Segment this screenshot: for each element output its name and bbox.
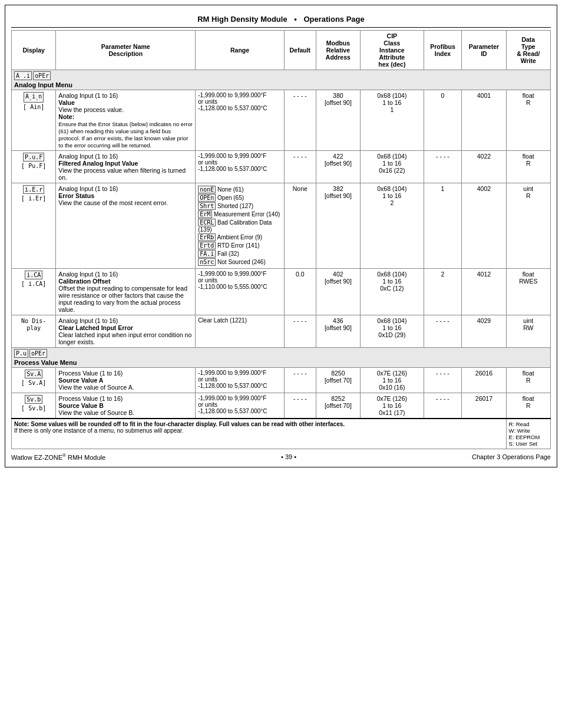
col-datatype: DataType& Read/Write: [506, 31, 550, 70]
datatype-svb: floatR: [506, 393, 550, 419]
display-sva: Sv.A [ Sv.A]: [12, 368, 56, 393]
param-puf: Analog Input (1 to 16) Filtered Analog I…: [56, 151, 196, 183]
datatype-clear: uintRW: [506, 315, 550, 348]
range-svb: -1,999.000 to 9,999.000°For units-1,128.…: [196, 393, 285, 419]
section-icon-2: oPEr: [33, 71, 51, 80]
display-puf: P.u.F [ Pu.F]: [12, 151, 56, 183]
datatype-ier: uintR: [506, 183, 550, 269]
note-row: Note: Some values will be rounded off to…: [12, 419, 551, 449]
page-wrapper: RM High Density Module • Operations Page…: [5, 5, 557, 467]
profibus-sva: - - - -: [424, 368, 462, 393]
section2-icon-2: oPEr: [29, 349, 47, 358]
ain-icon: A.i.n: [24, 92, 44, 103]
ica-icon: i.CA: [25, 271, 42, 279]
title-left: RM High Density Module: [197, 15, 287, 24]
display-ain: A.i.n [ Ain]: [12, 90, 56, 151]
main-table: Display Parameter NameDescription Range …: [11, 30, 551, 449]
modbus-puf: 422[offset 90]: [316, 151, 360, 183]
title-bullet: •: [294, 15, 297, 24]
default-puf: - - - -: [284, 151, 316, 183]
datatype-puf: floatR: [506, 151, 550, 183]
table-header-row: Display Parameter NameDescription Range …: [12, 31, 551, 70]
table-row: Sv.b [ Sv.b] Process Value (1 to 16) Sou…: [12, 393, 551, 419]
table-row: A.i.n [ Ain] Analog Input (1 to 16) Valu…: [12, 90, 551, 151]
display-nodis: No Dis-play: [12, 315, 56, 348]
profibus-ier: 1: [424, 183, 462, 269]
paramid-ain: 4001: [462, 90, 506, 151]
profibus-clear: - - - -: [424, 315, 462, 348]
modbus-ier: 382[offset 90]: [316, 183, 360, 269]
datatype-sva: floatR: [506, 368, 550, 393]
range-ier: nonE None (61) OPEn Open (65) Shrt Short…: [196, 183, 285, 269]
default-svb: - - - -: [284, 393, 316, 419]
profibus-ain: 0: [424, 90, 462, 151]
col-range: Range: [196, 31, 285, 70]
puf-icon: P.u.F: [23, 153, 44, 162]
col-cip: CIPClassInstanceAttributehex (dec): [361, 31, 424, 70]
table-row: No Dis-play Analog Input (1 to 16) Clear…: [12, 315, 551, 348]
legend: R: Read W: Write E: EEPROM S: User Set: [506, 419, 550, 449]
page-footer: Watlow EZ-ZONE® RMH Module • 39 • Chapte…: [11, 453, 551, 461]
process-value-section-header: P.u oPEr Process Value Menu: [12, 348, 551, 368]
param-ier: Analog Input (1 to 16) Error Status View…: [56, 183, 196, 269]
sva-icon: Sv.A: [25, 370, 42, 378]
col-profibus: ProfibusIndex: [424, 31, 462, 70]
modbus-ain: 380[offset 90]: [316, 90, 360, 151]
default-ain: - - - -: [284, 90, 316, 151]
default-ier: None: [284, 183, 316, 269]
title-right: Operations Page: [303, 15, 364, 24]
svb-icon: Sv.b: [25, 395, 42, 404]
page-title: RM High Density Module • Operations Page: [11, 11, 551, 28]
ier-icon: i.E.r: [23, 185, 44, 194]
paramid-puf: 4022: [462, 151, 506, 183]
table-row: Sv.A [ Sv.A] Process Value (1 to 16) Sou…: [12, 368, 551, 393]
profibus-puf: - - - -: [424, 151, 462, 183]
section-icon-1: A .i: [14, 71, 32, 80]
cip-svb: 0x7E (126)1 to 160x11 (17): [361, 393, 424, 419]
range-ica: -1,999.000 to 9,999.000°For units-1,110.…: [196, 269, 285, 315]
cip-clear: 0x68 (104)1 to 160x1D (29): [361, 315, 424, 348]
paramid-sva: 26016: [462, 368, 506, 393]
display-ier: i.E.r [ i.Er]: [12, 183, 56, 269]
process-value-menu-label: Process Value Menu: [14, 359, 548, 366]
profibus-ica: 2: [424, 269, 462, 315]
display-svb: Sv.b [ Sv.b]: [12, 393, 56, 419]
param-sva: Process Value (1 to 16) Source Value A V…: [56, 368, 196, 393]
col-default: Default: [284, 31, 316, 70]
paramid-ica: 4012: [462, 269, 506, 315]
cip-sva: 0x7E (126)1 to 160x10 (16): [361, 368, 424, 393]
paramid-clear: 4029: [462, 315, 506, 348]
modbus-sva: 8250[offset 70]: [316, 368, 360, 393]
modbus-ica: 402[offset 90]: [316, 269, 360, 315]
modbus-clear: 436[offset 90]: [316, 315, 360, 348]
cip-ier: 0x68 (104)1 to 162: [361, 183, 424, 269]
param-ica: Analog Input (1 to 16) Calibration Offse…: [56, 269, 196, 315]
paramid-ier: 4002: [462, 183, 506, 269]
col-param: Parameter NameDescription: [56, 31, 196, 70]
param-clear: Analog Input (1 to 16) Clear Latched Inp…: [56, 315, 196, 348]
analog-input-menu-label: Analog Input Menu: [14, 81, 548, 88]
modbus-svb: 8252[offset 70]: [316, 393, 360, 419]
param-svb: Process Value (1 to 16) Source Value B V…: [56, 393, 196, 419]
datatype-ain: floatR: [506, 90, 550, 151]
footer-center: • 39 •: [281, 453, 296, 460]
range-sva: -1,999.000 to 9,999.000°For units-1,128.…: [196, 368, 285, 393]
datatype-ica: floatRWES: [506, 269, 550, 315]
cip-puf: 0x68 (104)1 to 160x16 (22): [361, 151, 424, 183]
col-display: Display: [12, 31, 56, 70]
profibus-svb: - - - -: [424, 393, 462, 419]
footer-left: Watlow EZ-ZONE® RMH Module: [11, 453, 105, 461]
analog-input-section-header: A .i oPEr Analog Input Menu: [12, 70, 551, 90]
table-row: i.CA [ i.CA] Analog Input (1 to 16) Cali…: [12, 269, 551, 315]
range-clear: Clear Latch (1221): [196, 315, 285, 348]
range-puf: -1,999.000 to 9,999.000°For units-1,128.…: [196, 151, 285, 183]
range-ain: -1,999.000 to 9,999.000°For units-1,128.…: [196, 90, 285, 151]
col-modbus: ModbusRelativeAddress: [316, 31, 360, 70]
param-ain: Analog Input (1 to 16) Value View the pr…: [56, 90, 196, 151]
default-sva: - - - -: [284, 368, 316, 393]
display-ica: i.CA [ i.CA]: [12, 269, 56, 315]
note-text: Note: Some values will be rounded off to…: [12, 419, 507, 449]
table-row: P.u.F [ Pu.F] Analog Input (1 to 16) Fil…: [12, 151, 551, 183]
section2-icon-1: P.u: [14, 349, 28, 358]
paramid-svb: 26017: [462, 393, 506, 419]
